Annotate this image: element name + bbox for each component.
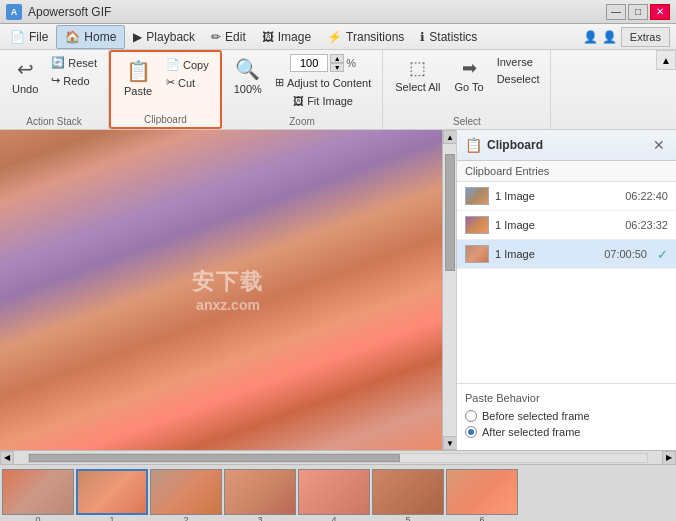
clipboard-entry-0[interactable]: 1 Image 06:22:40	[457, 182, 676, 211]
fit-image-button[interactable]: 🖼 Fit Image	[288, 93, 358, 109]
clipboard-entries-label: Clipboard Entries	[457, 161, 676, 182]
close-button[interactable]: ✕	[650, 4, 670, 20]
menu-transitions-label: Transitions	[346, 30, 404, 44]
paste-before-label: Before selected frame	[482, 410, 590, 422]
ribbon-group-action-stack: ↩ Undo 🔄 Reset ↪ Redo Action Stack	[0, 50, 109, 129]
cut-button[interactable]: ✂ Cut	[161, 74, 214, 91]
select-all-button[interactable]: ⬚ Select All	[389, 54, 446, 96]
transitions-icon: ⚡	[327, 30, 342, 44]
frame-label-4: 4	[331, 515, 336, 521]
zoom-100-button[interactable]: 🔍 100%	[228, 54, 268, 98]
undo-button[interactable]: ↩ Undo	[6, 54, 44, 98]
select-label: Select	[453, 116, 481, 127]
filmstrip-area: 0 98 ms 1 66 ms 2 99 ms	[0, 464, 676, 521]
inverse-deselect-col: Inverse Deselect	[492, 54, 545, 87]
menu-edit-label: Edit	[225, 30, 246, 44]
hscroll-thumb[interactable]	[29, 454, 400, 462]
go-to-button[interactable]: ➡ Go To	[449, 54, 490, 96]
zoom-content: 🔍 100% ▲ ▼ % ⊞ Adjust to Content 🖼	[228, 54, 377, 114]
clipboard-entry-2[interactable]: 1 Image 07:00:50 ✓	[457, 240, 676, 269]
zoom-down-button[interactable]: ▼	[330, 63, 344, 72]
clipboard-content: 📋 Paste 📄 Copy ✂ Cut	[117, 56, 214, 112]
menu-transitions[interactable]: ⚡ Transitions	[319, 26, 412, 48]
frame-item-3[interactable]: 3 66 ms	[224, 469, 296, 521]
fit-icon: 🖼	[293, 95, 304, 107]
playback-icon: ▶	[133, 30, 142, 44]
extras-button[interactable]: Extras	[621, 27, 670, 47]
menu-statistics[interactable]: ℹ Statistics	[412, 26, 485, 48]
menu-bar: 📄 File 🏠 Home ▶ Playback ✏ Edit 🖼 Image …	[0, 24, 676, 50]
home-icon: 🏠	[65, 30, 80, 44]
minimize-button[interactable]: —	[606, 4, 626, 20]
menu-home-label: Home	[84, 30, 116, 44]
vscroll-down-arrow[interactable]: ▼	[443, 436, 456, 450]
cut-icon: ✂	[166, 76, 175, 89]
hscroll-right-arrow[interactable]: ▶	[662, 451, 676, 465]
vscroll-track[interactable]	[443, 144, 456, 436]
title-bar-left: A Apowersoft GIF	[6, 4, 111, 20]
frame-item-2[interactable]: 2 99 ms	[150, 469, 222, 521]
frame-item-0[interactable]: 0 98 ms	[2, 469, 74, 521]
vscroll-up-arrow[interactable]: ▲	[443, 130, 456, 144]
inverse-button[interactable]: Inverse	[492, 54, 545, 70]
paste-after-option[interactable]: After selected frame	[465, 426, 668, 438]
title-bar-controls: — □ ✕	[606, 4, 670, 20]
entry-time-2: 07:00:50	[604, 248, 647, 260]
menu-statistics-label: Statistics	[429, 30, 477, 44]
paste-behavior-section: Paste Behavior Before selected frame Aft…	[457, 383, 676, 450]
paste-icon: 📋	[126, 59, 151, 83]
ribbon-group-clipboard: 📋 Paste 📄 Copy ✂ Cut Clipboard	[109, 50, 222, 129]
entry-check-icon: ✓	[657, 247, 668, 262]
frame-item-6[interactable]: 6 55 r	[446, 469, 518, 521]
redo-button[interactable]: ↪ Redo	[46, 72, 102, 89]
entry-label-2: 1 Image	[495, 248, 598, 260]
paste-after-label: After selected frame	[482, 426, 580, 438]
menu-home[interactable]: 🏠 Home	[56, 25, 125, 49]
clipboard-label: Clipboard	[144, 114, 187, 125]
frame-item-5[interactable]: 5 100 ms	[372, 469, 444, 521]
reset-button[interactable]: 🔄 Reset	[46, 54, 102, 71]
adjust-to-content-button[interactable]: ⊞ Adjust to Content	[270, 74, 376, 91]
paste-after-radio[interactable]	[465, 426, 477, 438]
canvas-image: 安下载 anxz.com	[0, 130, 456, 450]
zoom-input[interactable]	[290, 54, 328, 72]
entry-label-1: 1 Image	[495, 219, 619, 231]
frame-label-6: 6	[479, 515, 484, 521]
menu-file[interactable]: 📄 File	[2, 26, 56, 48]
zoom-label: Zoom	[289, 116, 315, 127]
hscroll-left-arrow[interactable]: ◀	[0, 451, 14, 465]
paste-before-option[interactable]: Before selected frame	[465, 410, 668, 422]
app-icon: A	[6, 4, 22, 20]
frame-item-4[interactable]: 4 65 ms	[298, 469, 370, 521]
frame-label-2: 2	[183, 515, 188, 521]
image-icon: 🖼	[262, 30, 274, 44]
clipboard-close-button[interactable]: ✕	[650, 136, 668, 154]
clipboard-title: 📋 Clipboard	[465, 137, 543, 153]
menu-file-label: File	[29, 30, 48, 44]
paste-before-radio[interactable]	[465, 410, 477, 422]
menu-playback[interactable]: ▶ Playback	[125, 26, 203, 48]
frame-thumb-0	[2, 469, 74, 515]
menu-edit[interactable]: ✏ Edit	[203, 26, 254, 48]
adjust-icon: ⊞	[275, 76, 284, 89]
restore-button[interactable]: □	[628, 4, 648, 20]
canvas-horizontal-scrollbar[interactable]: ◀ ▶	[0, 450, 676, 464]
clipboard-panel-title: Clipboard	[487, 138, 543, 152]
frame-label-3: 3	[257, 515, 262, 521]
copy-button[interactable]: 📄 Copy	[161, 56, 214, 73]
frame-item-1[interactable]: 1 66 ms	[76, 469, 148, 521]
menu-image[interactable]: 🖼 Image	[254, 26, 319, 48]
canvas-vertical-scrollbar[interactable]: ▲ ▼	[442, 130, 456, 450]
select-all-icon: ⬚	[409, 57, 426, 79]
paste-button[interactable]: 📋 Paste	[117, 56, 159, 100]
ribbon-collapse-button[interactable]: ▲	[656, 50, 676, 70]
copy-cut-col: 📄 Copy ✂ Cut	[161, 56, 214, 91]
clipboard-entry-1[interactable]: 1 Image 06:23:32	[457, 211, 676, 240]
select-content: ⬚ Select All ➡ Go To Inverse Deselect	[389, 54, 544, 114]
canvas-area: 安下载 anxz.com ▲ ▼	[0, 130, 456, 450]
deselect-button[interactable]: Deselect	[492, 71, 545, 87]
frame-label-1: 1	[109, 515, 114, 521]
hscroll-track[interactable]	[28, 453, 648, 463]
zoom-up-button[interactable]: ▲	[330, 54, 344, 63]
vscroll-thumb[interactable]	[445, 154, 455, 271]
